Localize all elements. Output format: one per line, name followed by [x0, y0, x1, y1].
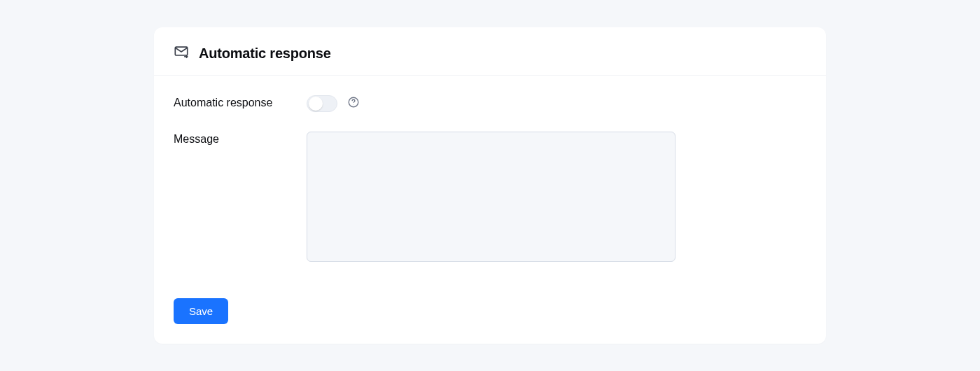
- automatic-response-toggle[interactable]: [307, 95, 337, 112]
- message-control-area: [307, 132, 676, 262]
- card-body: Automatic response Message: [154, 76, 826, 298]
- mail-forward-icon: [174, 44, 189, 62]
- card-title: Automatic response: [199, 46, 331, 62]
- settings-card: Automatic response Automatic response Me…: [154, 27, 826, 344]
- toggle-label: Automatic response: [174, 95, 307, 109]
- toggle-row: Automatic response: [174, 95, 806, 112]
- message-label: Message: [174, 132, 307, 146]
- message-textarea[interactable]: [307, 132, 676, 262]
- svg-point-2: [354, 104, 354, 105]
- card-header: Automatic response: [154, 27, 826, 76]
- toggle-control-area: [307, 95, 360, 112]
- card-footer: Save: [154, 298, 826, 344]
- help-icon[interactable]: [347, 96, 360, 111]
- message-row: Message: [174, 132, 806, 262]
- save-button[interactable]: Save: [174, 298, 228, 324]
- toggle-knob: [309, 97, 323, 111]
